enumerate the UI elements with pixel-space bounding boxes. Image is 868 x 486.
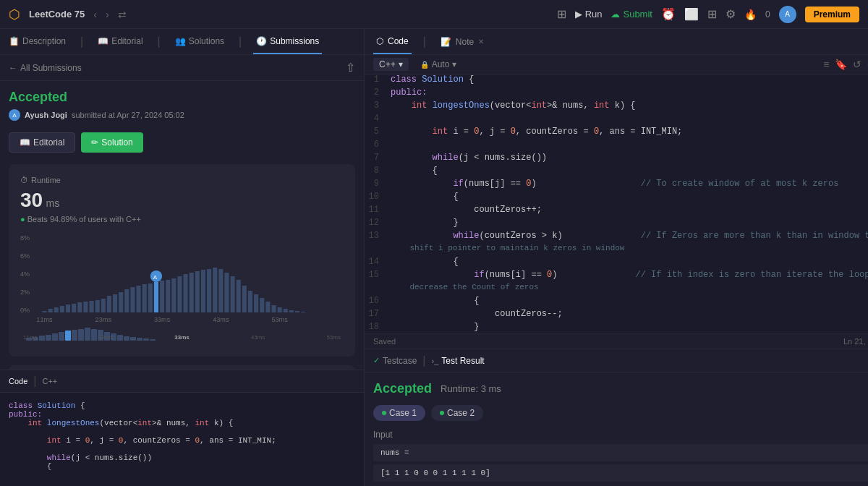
list-icon[interactable]: ≡ bbox=[823, 59, 829, 70]
solutions-icon: 👥 bbox=[175, 36, 186, 46]
code-line-16: 16 { bbox=[365, 296, 868, 309]
case-tabs: Case 1 Case 2 bbox=[373, 405, 868, 421]
left-tab-bar: 📋 Description | 📖 Editorial | 👥 Solution… bbox=[0, 29, 364, 55]
brand-label: LeetCode 75 bbox=[29, 9, 85, 20]
code-line-12: 12 } bbox=[365, 218, 868, 231]
leetcode-logo-icon: ⬡ bbox=[9, 7, 20, 22]
question-icon: ⊞ bbox=[557, 7, 566, 21]
svg-text:4%: 4% bbox=[20, 270, 30, 278]
tab-solutions[interactable]: 👥 Solutions bbox=[172, 29, 227, 54]
description-icon: 📋 bbox=[9, 36, 20, 46]
play-icon: ▶ bbox=[575, 9, 582, 20]
submission-user-info: A Ayush Jogi submitted at Apr 27, 2024 0… bbox=[9, 109, 355, 121]
premium-button[interactable]: Premium bbox=[805, 7, 859, 22]
tab-description[interactable]: 📋 Description bbox=[6, 29, 69, 54]
svg-rect-16 bbox=[101, 299, 106, 312]
auto-chevron-icon: ▾ bbox=[452, 59, 456, 69]
svg-text:33ms: 33ms bbox=[154, 316, 171, 323]
status-bar: Saved Ln 21, Col 89 bbox=[365, 333, 868, 349]
svg-rect-14 bbox=[89, 301, 93, 312]
svg-rect-40 bbox=[242, 286, 247, 312]
code-lang-tab-cpp[interactable]: C++ bbox=[42, 377, 57, 385]
svg-text:43ms: 43ms bbox=[213, 316, 229, 323]
svg-rect-30 bbox=[184, 274, 188, 312]
svg-rect-6 bbox=[42, 311, 46, 312]
submission-actions: 📖 Editorial ✏ Solution bbox=[9, 132, 355, 153]
svg-rect-22 bbox=[137, 286, 141, 312]
code-line-11: 11 countZeros++; bbox=[365, 205, 868, 218]
svg-rect-42 bbox=[254, 294, 258, 312]
settings-icon[interactable]: ⚙ bbox=[726, 7, 736, 21]
username: Ayush Jogi bbox=[25, 111, 67, 119]
note-icon: 📝 bbox=[441, 37, 451, 47]
code-lang-tab-code[interactable]: Code bbox=[9, 377, 27, 385]
tab-test-result[interactable]: ›_ Test Result bbox=[432, 356, 485, 366]
solution-button[interactable]: ✏ Solution bbox=[81, 132, 142, 153]
svg-rect-47 bbox=[284, 309, 288, 312]
svg-rect-9 bbox=[60, 306, 64, 312]
run-button[interactable]: ▶ Run bbox=[575, 9, 603, 20]
svg-rect-41 bbox=[248, 291, 252, 312]
tab-testcase[interactable]: ✓ Testcase bbox=[373, 356, 417, 366]
svg-rect-32 bbox=[195, 271, 200, 312]
case1-dot bbox=[382, 411, 386, 415]
user-avatar-small: A bbox=[9, 109, 20, 121]
code-toolbar: C++ ▾ 🔒 Auto ▾ ≡ 🔖 ↺ ↩ ⤢ bbox=[365, 55, 868, 74]
language-selector[interactable]: C++ ▾ bbox=[373, 58, 409, 71]
svg-text:2%: 2% bbox=[20, 289, 30, 296]
svg-rect-50 bbox=[301, 312, 305, 312]
clock-icon[interactable]: ⏰ bbox=[661, 7, 676, 21]
refresh-icon[interactable]: ↺ bbox=[853, 59, 861, 70]
svg-rect-7 bbox=[48, 309, 53, 312]
svg-rect-12 bbox=[77, 302, 82, 312]
nav-back-icon[interactable]: ‹ bbox=[93, 9, 97, 20]
svg-rect-37 bbox=[224, 273, 229, 312]
svg-text:53ms: 53ms bbox=[271, 316, 288, 323]
tab-editorial[interactable]: 📖 Editorial bbox=[95, 29, 145, 54]
input-nums-label: nums = bbox=[373, 444, 868, 461]
svg-rect-33 bbox=[201, 270, 205, 312]
case-1-tab[interactable]: Case 1 bbox=[373, 405, 425, 421]
svg-rect-39 bbox=[237, 280, 241, 312]
svg-rect-43 bbox=[260, 298, 264, 312]
auto-mode-selector[interactable]: 🔒 Auto ▾ bbox=[414, 58, 463, 71]
submit-button[interactable]: ☁ Submit bbox=[610, 9, 652, 20]
testcase-check-icon: ✓ bbox=[373, 356, 380, 365]
share-icon[interactable]: ⇧ bbox=[346, 61, 355, 74]
document-icon[interactable]: ⬜ bbox=[684, 7, 699, 21]
user-avatar[interactable]: A bbox=[779, 6, 796, 23]
bottom-content: Accepted Runtime: 3 ms Case 1 Case 2 Inp… bbox=[365, 372, 868, 486]
tab-note[interactable]: 📝 Note ✕ bbox=[438, 29, 487, 54]
svg-rect-28 bbox=[171, 278, 176, 312]
nav-forward-icon[interactable]: › bbox=[106, 9, 109, 20]
code-line-13b: shift i pointer to maintain k zeros in w… bbox=[365, 244, 868, 257]
code-editor[interactable]: 1 class Solution { 2 public: 3 int longe… bbox=[365, 74, 868, 333]
back-button[interactable]: ← All Submissions bbox=[9, 63, 82, 73]
runtime-beats: ● Beats 94.89% of users with C++ bbox=[20, 215, 344, 223]
svg-rect-19 bbox=[119, 292, 123, 312]
bookmark-icon[interactable]: 🔖 bbox=[835, 59, 847, 70]
runtime-card: ⏱ Runtime 30 ms ● Beats 94.89% of users … bbox=[9, 164, 355, 357]
green-dot-icon: ● bbox=[20, 215, 25, 223]
runtime-value: 30 ms bbox=[20, 189, 344, 212]
code-line-1: 1 class Solution { bbox=[365, 74, 868, 88]
tab-code[interactable]: ⬡ Code bbox=[373, 29, 412, 54]
svg-rect-45 bbox=[271, 305, 276, 312]
shuffle-icon[interactable]: ⇄ bbox=[118, 9, 127, 20]
fire-icon: 🔥 bbox=[744, 9, 757, 20]
lang-chevron-icon: ▾ bbox=[399, 59, 403, 69]
tab-submissions[interactable]: 🕐 Submissions bbox=[253, 29, 322, 54]
svg-rect-17 bbox=[107, 296, 111, 312]
code-preview: class Solution { public: int longestOnes… bbox=[0, 392, 364, 486]
back-arrow-icon: ← bbox=[9, 63, 17, 73]
note-close-icon[interactable]: ✕ bbox=[478, 38, 484, 46]
editorial-button[interactable]: 📖 Editorial bbox=[9, 132, 75, 153]
svg-rect-35 bbox=[213, 268, 217, 312]
grid-icon[interactable]: ⊞ bbox=[707, 7, 717, 21]
svg-rect-38 bbox=[231, 276, 235, 312]
code-line-14: 14 { bbox=[365, 257, 868, 270]
code-line-15b: decrease the Count of zeros bbox=[365, 283, 868, 296]
svg-rect-46 bbox=[278, 307, 282, 312]
svg-rect-15 bbox=[95, 300, 100, 312]
case-2-tab[interactable]: Case 2 bbox=[431, 405, 483, 421]
